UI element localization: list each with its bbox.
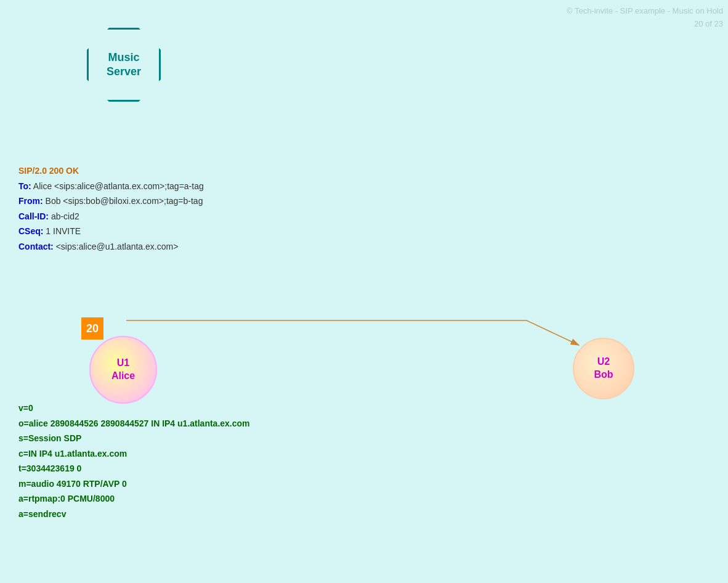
copyright-text: © Tech-invite - SIP example - Music on H… [567, 5, 723, 31]
sip-callid-line: Call-ID: ab-cid2 [18, 209, 204, 224]
sdp-line5: t=3034423619 0 [18, 461, 250, 476]
sip-from-line: From: Bob <sips:bob@biloxi.ex.com>;tag=b… [18, 194, 204, 209]
bob-label-name: Bob [594, 369, 613, 381]
sdp-block: v=0 o=alice 2890844526 2890844527 IN IP4… [18, 401, 250, 521]
music-server-shape: Music Server [87, 28, 161, 102]
copyright-line1: © Tech-invite - SIP example - Music on H… [567, 5, 723, 18]
alice-node: U1 Alice [89, 336, 157, 404]
message-badge: 20 [81, 317, 103, 340]
sip-status-line: SIP/2.0 200 OK [18, 163, 204, 179]
sdp-line4: c=IN IP4 u1.atlanta.ex.com [18, 446, 250, 462]
sdp-line2: o=alice 2890844526 2890844527 IN IP4 u1.… [18, 416, 250, 431]
sip-contact-line: Contact: <sips:alice@u1.atlanta.ex.com> [18, 239, 204, 255]
sdp-line7: a=rtpmap:0 PCMU/8000 [18, 491, 250, 507]
music-server-node: Music Server [87, 28, 161, 102]
sdp-line1: v=0 [18, 401, 250, 416]
alice-label-name: Alice [111, 370, 135, 383]
sip-message-block: SIP/2.0 200 OK To: Alice <sips:alice@atl… [18, 163, 204, 254]
sdp-line8: a=sendrecv [18, 507, 250, 522]
sip-to-line: To: Alice <sips:alice@atlanta.ex.com>;ta… [18, 179, 204, 194]
alice-label-u1: U1 [117, 357, 129, 370]
sdp-line6: m=audio 49170 RTP/AVP 0 [18, 476, 250, 492]
music-server-label: Music Server [107, 51, 141, 80]
sdp-line3: s=Session SDP [18, 431, 250, 446]
bob-label-u2: U2 [597, 356, 610, 369]
copyright-line2: 20 of 23 [567, 18, 723, 31]
sip-cseq-line: CSeq: 1 INVITE [18, 224, 204, 239]
bob-node: U2 Bob [573, 338, 634, 399]
